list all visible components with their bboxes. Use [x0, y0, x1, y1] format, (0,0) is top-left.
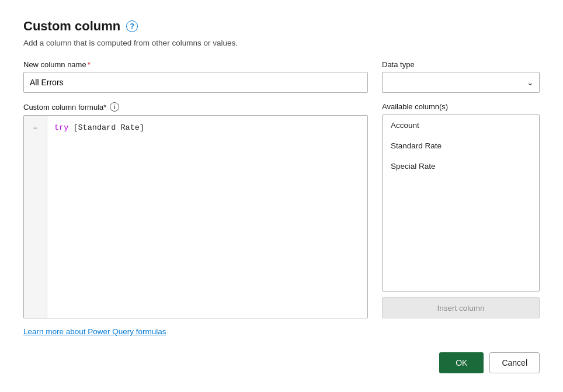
title-row: Custom column ?: [23, 19, 540, 34]
column-item-special-rate[interactable]: Special Rate: [383, 156, 539, 176]
insert-column-button[interactable]: Insert column: [382, 297, 540, 318]
column-name-input[interactable]: [23, 72, 368, 93]
learn-more-link[interactable]: Learn more about Power Query formulas: [23, 327, 166, 336]
column-item-account[interactable]: Account: [383, 115, 539, 136]
formula-gutter: =: [24, 116, 47, 318]
formula-code-display[interactable]: try [Standard Rate]: [47, 116, 367, 318]
learn-link-row: Learn more about Power Query formulas: [23, 327, 540, 336]
available-columns-label: Available column(s): [382, 102, 540, 111]
data-type-group: Data type Text Number Date Logical ⌄: [382, 60, 540, 93]
formula-label: Custom column formula*: [23, 103, 106, 112]
column-name-group: New column name*: [23, 60, 368, 93]
main-content-row: Custom column formula* i = try [Standard…: [23, 102, 540, 318]
columns-section: Available column(s) Account Standard Rat…: [382, 102, 540, 318]
top-fields-row: New column name* Data type Text Number D…: [23, 60, 540, 93]
data-type-select-wrapper: Text Number Date Logical ⌄: [382, 72, 540, 93]
column-name-label: New column name*: [23, 60, 368, 69]
dialog-subtitle: Add a column that is computed from other…: [23, 39, 540, 47]
formula-info-icon[interactable]: i: [110, 102, 119, 112]
keyword-try: try: [54, 123, 68, 132]
ok-button[interactable]: OK: [439, 352, 484, 373]
formula-editor[interactable]: = try [Standard Rate]: [23, 115, 368, 318]
formula-rest: [Standard Rate]: [68, 123, 144, 132]
help-icon[interactable]: ?: [126, 20, 138, 32]
gutter-equals: =: [24, 122, 47, 134]
dialog-title: Custom column: [23, 19, 120, 34]
formula-label-row: Custom column formula* i: [23, 102, 368, 112]
dialog-footer: OK Cancel: [23, 352, 540, 373]
cancel-button[interactable]: Cancel: [489, 352, 540, 373]
formula-section: Custom column formula* i = try [Standard…: [23, 102, 368, 318]
column-item-standard-rate[interactable]: Standard Rate: [383, 136, 539, 156]
available-columns-list: Account Standard Rate Special Rate: [382, 115, 540, 292]
data-type-select[interactable]: Text Number Date Logical: [382, 72, 540, 93]
custom-column-dialog: Custom column ? Add a column that is com…: [0, 0, 563, 392]
data-type-label: Data type: [382, 60, 540, 69]
